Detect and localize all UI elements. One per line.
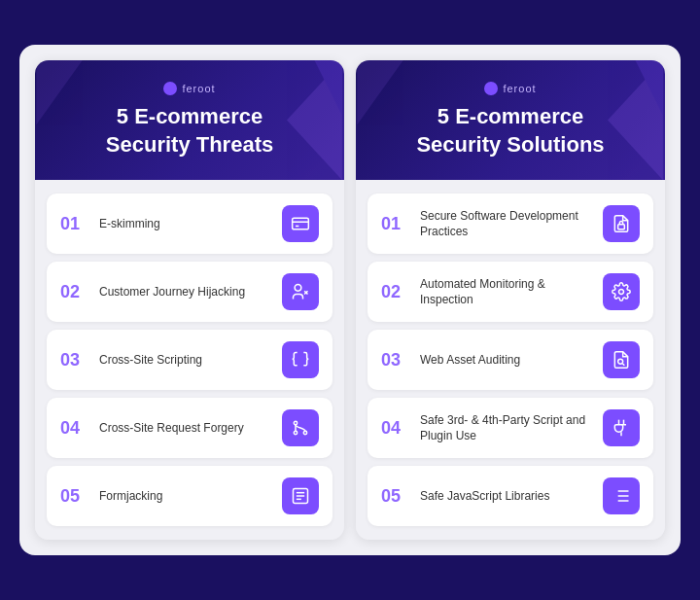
list-item: 01Secure Software Development Practices — [368, 194, 653, 254]
solutions-header: feroot 5 E-commerce Security Solutions — [356, 60, 665, 180]
item-number: 01 — [381, 214, 408, 234]
svg-point-9 — [294, 421, 297, 424]
svg-rect-20 — [618, 225, 625, 229]
braces-icon — [282, 341, 319, 378]
file-lock-icon — [603, 205, 640, 242]
brand-label-2: feroot — [503, 83, 536, 94]
list-item: 01E-skimming — [47, 194, 332, 254]
svg-rect-3 — [293, 218, 309, 229]
list-item: 02Automated Monitoring & Inspection — [368, 262, 653, 322]
item-number: 05 — [60, 486, 88, 507]
threats-list: 01E-skimming02Customer Journey Hijacking… — [35, 180, 344, 540]
brand-icon-2 — [484, 82, 498, 95]
item-label: Formjacking — [99, 488, 270, 504]
item-number: 03 — [381, 350, 408, 371]
item-number: 04 — [60, 418, 88, 439]
list-item: 05Formjacking — [47, 466, 332, 526]
list-item: 03Web Asset Auditing — [368, 330, 653, 390]
file-search-icon — [603, 341, 640, 378]
item-number: 05 — [381, 486, 408, 507]
form-icon — [282, 477, 319, 514]
svg-point-11 — [294, 431, 297, 434]
plug-icon — [603, 409, 640, 446]
solutions-list: 01Secure Software Development Practices0… — [356, 180, 665, 540]
list-item: 04Safe 3rd- & 4th-Party Script and Plugi… — [368, 398, 653, 458]
item-label: E-skimming — [99, 216, 270, 231]
item-number: 04 — [381, 418, 408, 439]
user-x-icon — [282, 273, 319, 310]
svg-point-22 — [618, 359, 623, 364]
item-label: Web Asset Auditing — [420, 352, 591, 368]
item-label: Cross-Site Scripting — [99, 352, 270, 368]
card-icon — [282, 205, 319, 242]
threats-card: feroot 5 E-commerce Security Threats 01E… — [35, 60, 344, 540]
item-number: 03 — [60, 350, 88, 371]
item-number: 01 — [60, 214, 88, 234]
item-label: Safe 3rd- & 4th-Party Script and Plugin … — [420, 412, 591, 443]
list-item: 05Safe JavaScript Libraries — [368, 466, 653, 526]
item-label: Automated Monitoring & Inspection — [420, 276, 591, 307]
list-item: 02Customer Journey Hijacking — [47, 262, 332, 322]
brand-icon — [163, 82, 177, 95]
threats-header: feroot 5 E-commerce Security Threats — [35, 60, 344, 180]
item-label: Customer Journey Hijacking — [99, 284, 270, 300]
list-item: 03Cross-Site Scripting — [47, 330, 332, 390]
item-label: Safe JavaScript Libraries — [420, 488, 591, 504]
svg-marker-2 — [36, 60, 82, 124]
svg-point-21 — [619, 290, 624, 295]
list-icon — [603, 477, 640, 514]
solutions-card: feroot 5 E-commerce Security Solutions 0… — [356, 60, 665, 540]
svg-line-23 — [622, 364, 624, 366]
main-container: feroot 5 E-commerce Security Threats 01E… — [19, 45, 681, 555]
item-number: 02 — [381, 282, 408, 302]
svg-marker-19 — [357, 60, 402, 124]
gear-play-icon — [603, 273, 640, 310]
svg-point-10 — [303, 431, 306, 434]
brand-label: feroot — [182, 83, 215, 94]
item-number: 02 — [60, 282, 88, 302]
item-label: Secure Software Development Practices — [420, 208, 591, 239]
item-label: Cross-Site Request Forgery — [99, 420, 270, 436]
svg-point-6 — [295, 285, 301, 292]
list-item: 04Cross-Site Request Forgery — [47, 398, 332, 458]
git-merge-icon — [282, 409, 319, 446]
